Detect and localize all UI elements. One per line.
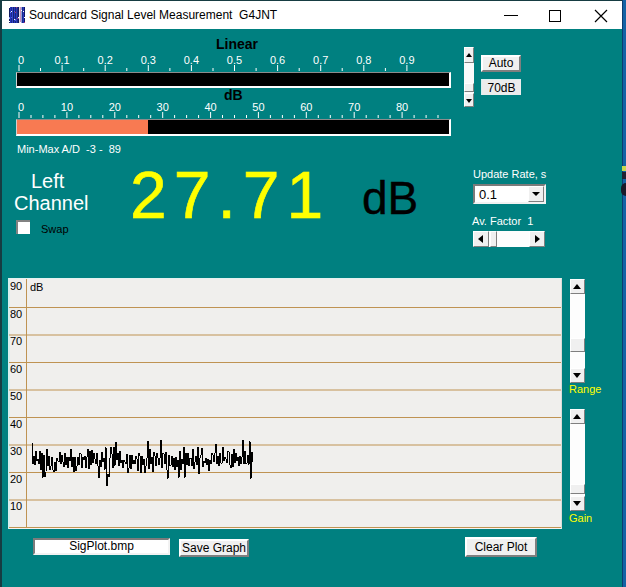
svg-text:70: 70 — [10, 335, 22, 347]
svg-text:30: 30 — [10, 445, 22, 457]
svg-text:10: 10 — [10, 500, 22, 512]
svg-text:60: 60 — [10, 363, 22, 375]
svg-text:dB: dB — [30, 281, 43, 293]
svg-text:20: 20 — [10, 473, 22, 485]
svg-text:40: 40 — [10, 418, 22, 430]
svg-text:50: 50 — [10, 390, 22, 402]
svg-text:80: 80 — [10, 308, 22, 320]
svg-text:90: 90 — [10, 280, 22, 292]
